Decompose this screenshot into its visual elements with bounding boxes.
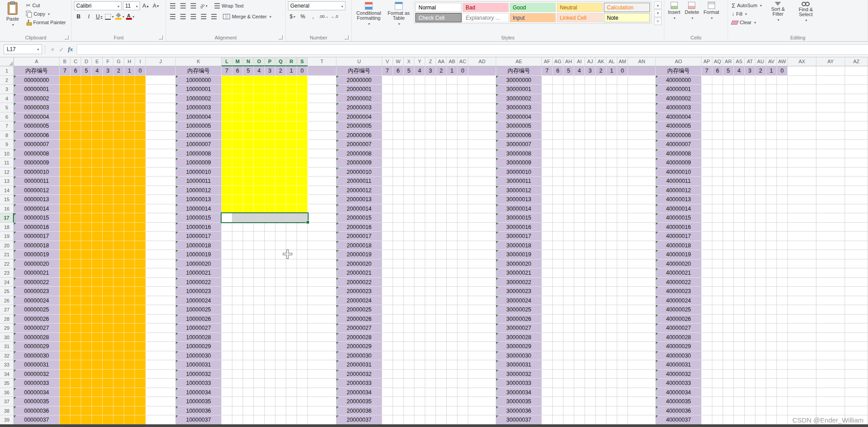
cell[interactable] <box>103 85 113 94</box>
cell[interactable] <box>606 333 617 342</box>
cell[interactable] <box>113 223 124 232</box>
cell[interactable] <box>382 296 393 306</box>
cell[interactable]: 30000035 <box>496 397 542 406</box>
cell[interactable] <box>60 223 70 232</box>
cell[interactable] <box>553 223 563 232</box>
cell[interactable] <box>468 204 496 214</box>
cell[interactable] <box>146 232 176 241</box>
column-header[interactable]: N <box>243 57 254 66</box>
cell[interactable] <box>103 268 113 278</box>
cell[interactable] <box>60 131 70 140</box>
cell[interactable] <box>92 342 103 351</box>
cell[interactable] <box>734 305 745 315</box>
cell[interactable] <box>103 287 113 296</box>
column-header[interactable]: M <box>232 57 243 66</box>
cell[interactable] <box>585 76 596 85</box>
cell[interactable] <box>574 305 585 315</box>
cell[interactable] <box>146 121 176 131</box>
cell[interactable] <box>702 259 712 269</box>
cell[interactable] <box>286 158 297 168</box>
row-header[interactable]: 2 <box>0 76 14 85</box>
cell[interactable]: 20000026 <box>336 315 382 324</box>
cell[interactable] <box>574 406 585 416</box>
cell[interactable] <box>297 85 308 94</box>
cell[interactable] <box>563 232 574 241</box>
cell[interactable] <box>468 388 496 397</box>
cell[interactable] <box>265 379 275 388</box>
cell[interactable] <box>596 323 606 333</box>
cell[interactable] <box>563 223 574 232</box>
cell[interactable] <box>458 278 468 287</box>
cell[interactable] <box>254 177 265 186</box>
cell[interactable] <box>712 259 723 269</box>
cell[interactable] <box>113 296 124 306</box>
cell[interactable]: 00000032 <box>14 370 60 379</box>
cell[interactable] <box>468 323 496 333</box>
cell[interactable] <box>286 406 297 416</box>
column-header[interactable]: I <box>135 57 146 66</box>
cell[interactable] <box>436 333 447 342</box>
cell[interactable] <box>70 177 81 186</box>
cell[interactable] <box>135 213 146 223</box>
cell[interactable] <box>734 112 745 122</box>
row-header[interactable]: 16 <box>0 204 14 214</box>
cell[interactable] <box>596 204 606 214</box>
cell[interactable] <box>232 351 243 361</box>
cell[interactable] <box>745 370 755 379</box>
cell[interactable] <box>563 323 574 333</box>
cell[interactable] <box>766 121 777 131</box>
cell[interactable] <box>702 315 712 324</box>
cell[interactable] <box>712 315 723 324</box>
cell[interactable] <box>70 168 81 177</box>
cell[interactable] <box>425 85 436 94</box>
cell[interactable] <box>113 186 124 195</box>
cell[interactable] <box>275 186 286 195</box>
cell[interactable]: 6 <box>712 66 723 76</box>
cell[interactable] <box>308 94 336 104</box>
cell[interactable] <box>745 379 755 388</box>
cell[interactable] <box>702 158 712 168</box>
cell[interactable] <box>146 76 176 85</box>
cell[interactable] <box>777 103 788 112</box>
cell[interactable] <box>606 158 617 168</box>
column-header[interactable]: AW <box>777 57 788 66</box>
cell[interactable] <box>596 397 606 406</box>
cell[interactable] <box>553 131 563 140</box>
cell[interactable] <box>146 323 176 333</box>
cell[interactable] <box>436 186 447 195</box>
cell[interactable] <box>243 149 254 159</box>
cell[interactable] <box>563 250 574 259</box>
cell[interactable] <box>135 250 146 259</box>
cell[interactable] <box>628 406 656 416</box>
underline-button[interactable]: U <box>95 12 104 21</box>
cell[interactable] <box>585 103 596 112</box>
row-header[interactable]: 11 <box>0 158 14 168</box>
cell[interactable] <box>404 121 414 131</box>
cell[interactable] <box>243 360 254 370</box>
cell[interactable] <box>243 305 254 315</box>
cell[interactable] <box>113 287 124 296</box>
cell[interactable] <box>447 296 458 306</box>
cell[interactable] <box>628 149 656 159</box>
cell[interactable] <box>81 379 92 388</box>
cell[interactable] <box>734 268 745 278</box>
cell[interactable] <box>124 360 135 370</box>
cell[interactable] <box>146 177 176 186</box>
cell[interactable] <box>845 168 868 177</box>
cell[interactable] <box>766 287 777 296</box>
cell[interactable] <box>404 131 414 140</box>
cell[interactable] <box>103 103 113 112</box>
cell[interactable] <box>468 241 496 250</box>
cell[interactable]: 00000018 <box>14 241 60 250</box>
cell[interactable] <box>542 94 553 104</box>
cell[interactable] <box>845 204 868 214</box>
cell[interactable] <box>92 140 103 149</box>
cell[interactable] <box>297 360 308 370</box>
cell[interactable] <box>553 388 563 397</box>
cell[interactable]: 00000026 <box>14 315 60 324</box>
row-header[interactable]: 9 <box>0 140 14 149</box>
cell[interactable]: 20000018 <box>336 241 382 250</box>
cell[interactable] <box>414 388 425 397</box>
cell[interactable] <box>265 296 275 306</box>
cell[interactable] <box>606 140 617 149</box>
